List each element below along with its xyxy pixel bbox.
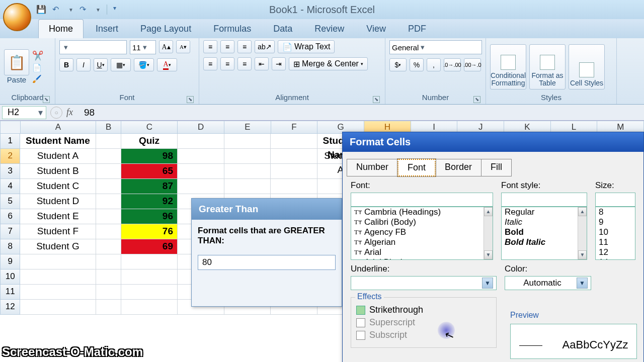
bold-button[interactable]: B: [59, 58, 73, 71]
cell[interactable]: 98: [121, 149, 178, 164]
cell[interactable]: [96, 209, 122, 224]
cell[interactable]: [96, 239, 122, 254]
cell[interactable]: [271, 179, 317, 194]
list-item[interactable]: Bold: [502, 227, 587, 237]
row-header[interactable]: 10: [0, 269, 20, 285]
size-input[interactable]: [595, 193, 635, 207]
list-item[interactable]: 14: [596, 257, 635, 260]
strikethrough-checkbox[interactable]: Strikethrough: [356, 305, 491, 315]
underline-dropdown[interactable]: ▼: [351, 276, 497, 290]
cell-styles-button[interactable]: Cell Styles: [569, 44, 605, 89]
undo-dropdown-icon[interactable]: ▼: [68, 7, 73, 13]
cell[interactable]: 92: [121, 194, 178, 209]
row-header[interactable]: 4: [0, 179, 20, 194]
scroll-up-icon[interactable]: ▲: [484, 207, 493, 216]
cancel-formula-icon[interactable]: ○: [50, 107, 62, 119]
decrease-font-icon[interactable]: A▾: [176, 40, 190, 53]
format-as-table-button[interactable]: Format as Table: [529, 44, 566, 89]
select-all-corner[interactable]: [0, 121, 21, 134]
office-button[interactable]: [3, 3, 31, 31]
list-item[interactable]: TᴛCambria (Headings): [351, 207, 493, 217]
copy-icon[interactable]: 📄: [32, 63, 43, 72]
cell[interactable]: [224, 164, 271, 179]
row-header[interactable]: 2: [0, 149, 20, 164]
list-item[interactable]: Regular: [502, 207, 587, 217]
row-header[interactable]: 11: [0, 285, 20, 300]
col-header-d[interactable]: D: [178, 121, 224, 134]
cell[interactable]: [178, 179, 224, 194]
row-header[interactable]: 8: [0, 239, 20, 254]
cell[interactable]: [121, 254, 178, 269]
row-header[interactable]: 5: [0, 194, 20, 209]
cell[interactable]: 65: [121, 164, 178, 179]
decrease-decimal-icon[interactable]: .00→.0: [464, 58, 481, 71]
cut-icon[interactable]: ✂️: [32, 50, 43, 61]
fill-color-button[interactable]: 🪣▾: [134, 58, 154, 71]
align-top-icon[interactable]: ≡: [203, 40, 217, 53]
col-header-c[interactable]: C: [121, 121, 178, 134]
greater-than-input[interactable]: [198, 255, 336, 270]
cell[interactable]: [271, 164, 317, 179]
col-header-b[interactable]: B: [96, 121, 121, 134]
conditional-formatting-button[interactable]: Conditional Formatting: [490, 44, 526, 89]
number-format-combo[interactable]: General▾: [389, 40, 482, 54]
cell[interactable]: [96, 224, 122, 239]
tab-data[interactable]: Data: [263, 20, 302, 38]
cell[interactable]: Student D: [20, 194, 96, 209]
row-header[interactable]: 6: [0, 209, 20, 224]
tab-view[interactable]: View: [356, 20, 396, 38]
cell[interactable]: 87: [121, 179, 178, 194]
decrease-indent-icon[interactable]: ⇤: [255, 57, 269, 70]
list-item[interactable]: TᴛAgency FB: [351, 227, 493, 237]
cell[interactable]: [20, 285, 96, 300]
list-item[interactable]: Italic: [502, 217, 587, 227]
scroll-down-icon[interactable]: ▼: [578, 250, 587, 259]
tab-pdf[interactable]: PDF: [398, 20, 436, 38]
underline-button[interactable]: U▾: [94, 58, 108, 71]
subscript-checkbox[interactable]: Subscript: [356, 330, 491, 340]
italic-button[interactable]: I: [76, 58, 91, 71]
row-header[interactable]: 9: [0, 254, 20, 269]
cell[interactable]: Student G: [20, 239, 96, 254]
row-header[interactable]: 1: [0, 134, 20, 149]
font-launcher-icon[interactable]: ⬊: [187, 96, 194, 103]
tab-formulas[interactable]: Formulas: [203, 20, 261, 38]
fc-tab-border[interactable]: Border: [435, 159, 481, 176]
cell[interactable]: [224, 179, 271, 194]
list-item[interactable]: TᴛArial Black: [351, 257, 493, 260]
redo-dropdown-icon[interactable]: ▼: [96, 7, 101, 13]
cell[interactable]: [96, 134, 122, 149]
customize-qat-icon[interactable]: ▾: [113, 5, 123, 15]
cell[interactable]: [96, 254, 122, 269]
cell[interactable]: [224, 149, 271, 164]
redo-icon[interactable]: ↷: [79, 5, 90, 15]
cell[interactable]: [20, 254, 96, 269]
cell[interactable]: Student Name: [20, 134, 96, 149]
cell[interactable]: [96, 300, 122, 315]
list-item[interactable]: TᴛArial: [351, 247, 493, 257]
align-middle-icon[interactable]: ≡: [220, 40, 234, 53]
list-item[interactable]: 8: [596, 207, 635, 217]
cell[interactable]: [96, 194, 122, 209]
fc-tab-font[interactable]: Font: [397, 159, 436, 176]
formula-value[interactable]: 98: [84, 107, 95, 118]
list-item[interactable]: 12: [596, 247, 635, 257]
font-name-combo[interactable]: ▾: [59, 40, 127, 54]
undo-icon[interactable]: ↶: [52, 5, 62, 15]
save-icon[interactable]: 💾: [36, 5, 46, 15]
superscript-checkbox[interactable]: Superscript: [356, 317, 491, 328]
fx-icon[interactable]: fx: [66, 107, 73, 118]
align-left-icon[interactable]: ≡: [203, 57, 217, 70]
fc-tab-number[interactable]: Number: [347, 159, 398, 176]
fc-tab-fill[interactable]: Fill: [481, 159, 512, 176]
cell[interactable]: [96, 269, 122, 285]
cell[interactable]: [96, 285, 122, 300]
cell[interactable]: [178, 149, 224, 164]
list-item[interactable]: 11: [596, 237, 635, 247]
cell[interactable]: [96, 179, 122, 194]
cell[interactable]: [20, 300, 96, 315]
cell[interactable]: 76: [121, 224, 178, 239]
cell[interactable]: Student F: [20, 224, 96, 239]
percent-button[interactable]: %: [410, 58, 424, 71]
col-header-a[interactable]: A: [21, 121, 97, 134]
